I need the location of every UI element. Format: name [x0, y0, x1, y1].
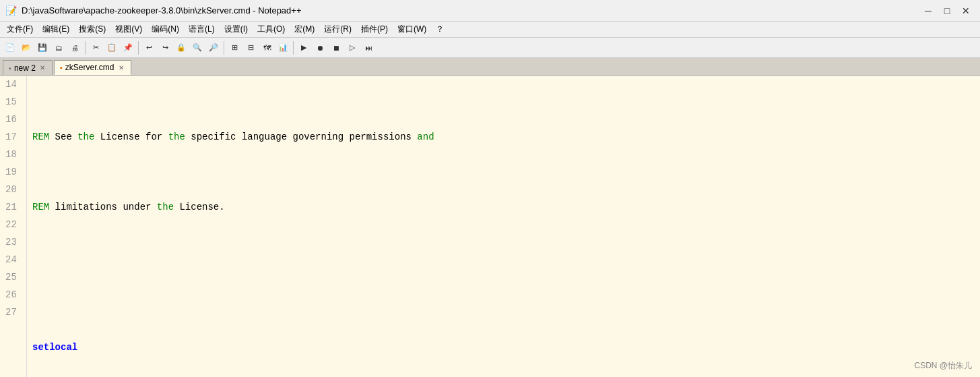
line-num-14: 14: [5, 76, 21, 93]
tb-paste[interactable]: 📌: [121, 40, 135, 55]
tab-new2-icon: ▪: [9, 64, 11, 72]
code-line-16: [32, 268, 975, 286]
title-bar-left: 📝 D:\javaSoftware\apache-zookeeper-3.8.0…: [5, 5, 302, 16]
tb-play[interactable]: ▷: [345, 40, 360, 55]
menu-macro[interactable]: 宏(M): [290, 22, 319, 36]
line-num-24: 24: [5, 251, 21, 268]
toolbar-sep-3: [224, 41, 224, 55]
tb-new[interactable]: 📄: [3, 40, 18, 55]
app-icon: 📝: [5, 5, 16, 16]
menu-plugins[interactable]: 插件(P): [357, 22, 392, 36]
tb-copy[interactable]: 📋: [104, 40, 119, 55]
line-num-25: 25: [5, 268, 21, 286]
tb-search2[interactable]: 🔎: [206, 40, 221, 55]
tb-map[interactable]: 🗺: [259, 40, 274, 55]
setlocal-keyword: setlocal: [32, 339, 77, 356]
line-num-26: 26: [5, 286, 21, 303]
tb-rec[interactable]: ⏺: [313, 40, 327, 55]
menu-encoding[interactable]: 编码(N): [148, 22, 183, 36]
maximize-button[interactable]: □: [938, 3, 956, 19]
tb-saveall[interactable]: 🗂: [51, 40, 66, 55]
line-15-text: limitations under the License.: [55, 198, 225, 216]
menu-view[interactable]: 视图(V): [111, 22, 146, 36]
menu-file[interactable]: 文件(F): [3, 22, 37, 36]
tab-new2-label: new 2: [14, 63, 36, 73]
tb-print[interactable]: 🖨: [67, 40, 82, 55]
tb-cut[interactable]: ✂: [88, 40, 103, 55]
tb-undo[interactable]: ↩: [141, 40, 156, 55]
line-num-16: 16: [5, 111, 21, 128]
minimize-button[interactable]: ─: [919, 3, 937, 19]
tb-stop[interactable]: ⏹: [329, 40, 344, 55]
tabs-bar: ▪ new 2 ✕ ▪ zkServer.cmd ✕: [0, 58, 980, 76]
tb-skip[interactable]: ⏭: [361, 40, 376, 55]
rem-keyword-14: REM: [32, 128, 55, 146]
menu-window[interactable]: 窗口(W): [393, 22, 430, 36]
tb-search-icon[interactable]: 🔍: [190, 40, 205, 55]
line-num-22: 22: [5, 216, 21, 233]
line-num-17: 17: [5, 128, 21, 146]
tb-redo[interactable]: ↪: [158, 40, 172, 55]
tab-new2-close[interactable]: ✕: [38, 64, 46, 71]
tb-zoom[interactable]: ⊞: [227, 40, 242, 55]
tab-zkserver[interactable]: ▪ zkServer.cmd ✕: [54, 60, 131, 75]
menu-language[interactable]: 语言(L): [185, 22, 219, 36]
tab-zkserver-label: zkServer.cmd: [65, 63, 115, 72]
tab-new2[interactable]: ▪ new 2 ✕: [3, 60, 53, 75]
line-num-15: 15: [5, 93, 21, 111]
toolbar-sep-4: [293, 41, 294, 55]
code-line-17: setlocal: [32, 339, 975, 356]
watermark: CSDN @怡朱儿: [914, 360, 972, 372]
toolbar: 📄 📂 💾 🗂 🖨 ✂ 📋 📌 ↩ ↪ 🔒 🔍 🔎 ⊞ ⊟ 🗺 📊 ▶ ⏺ ⏹ …: [0, 38, 980, 58]
title-bar-text: D:\javaSoftware\apache-zookeeper-3.8.0\b…: [22, 5, 302, 16]
tb-save[interactable]: 💾: [35, 40, 50, 55]
title-bar: 📝 D:\javaSoftware\apache-zookeeper-3.8.0…: [0, 0, 980, 22]
code-line-15: REM limitations under the License.: [32, 198, 975, 216]
tb-lock[interactable]: 🔒: [174, 40, 189, 55]
code-area[interactable]: 14 15 16 17 18 19 20 21 22 23 24 25 26 2…: [0, 76, 980, 377]
line-num-20: 20: [5, 181, 21, 198]
rem-keyword-15: REM: [32, 198, 55, 216]
tb-open[interactable]: 📂: [19, 40, 34, 55]
tab-zkserver-icon: ▪: [60, 63, 63, 71]
close-button[interactable]: ✕: [957, 3, 975, 19]
line-num-23: 23: [5, 233, 21, 251]
menu-settings[interactable]: 设置(I): [220, 22, 252, 36]
line-num-18: 18: [5, 146, 21, 163]
tb-zoom2[interactable]: ⊟: [243, 40, 258, 55]
line-num-21: 21: [5, 198, 21, 216]
menu-edit[interactable]: 编辑(E): [38, 22, 73, 36]
line-num-27: 27: [5, 303, 21, 321]
code-editor[interactable]: REM See the License for the specific lan…: [27, 76, 980, 377]
line-14-text: See the License for the specific languag…: [55, 128, 434, 146]
toolbar-sep-1: [85, 41, 86, 55]
title-bar-controls: ─ □ ✕: [919, 3, 975, 19]
tab-zkserver-close[interactable]: ✕: [117, 64, 125, 71]
menu-search[interactable]: 搜索(S): [75, 22, 110, 36]
menu-help[interactable]: ？: [432, 22, 448, 36]
code-line-14: REM See the License for the specific lan…: [32, 128, 975, 146]
menu-tools[interactable]: 工具(O): [253, 22, 289, 36]
tb-run[interactable]: ▶: [296, 40, 311, 55]
menu-bar: 文件(F) 编辑(E) 搜索(S) 视图(V) 编码(N) 语言(L) 设置(I…: [0, 22, 980, 38]
toolbar-sep-2: [138, 41, 139, 55]
tb-map2[interactable]: 📊: [275, 40, 290, 55]
line-numbers: 14 15 16 17 18 19 20 21 22 23 24 25 26 2…: [0, 76, 27, 377]
line-num-19: 19: [5, 163, 21, 181]
menu-run[interactable]: 运行(R): [320, 22, 356, 36]
